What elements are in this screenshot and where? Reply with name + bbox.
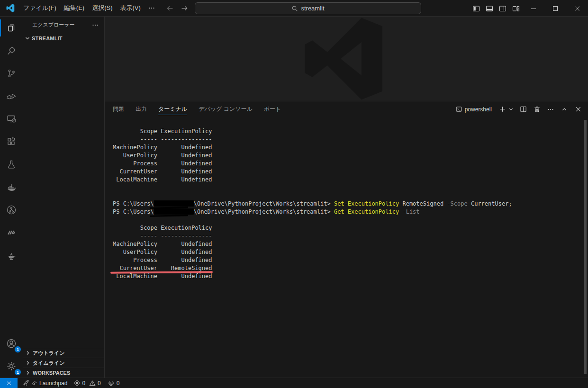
ports-count: 0	[117, 380, 120, 387]
panel-tab[interactable]: 問題	[113, 102, 124, 116]
toggle-secondary-sidebar-icon[interactable]	[496, 0, 509, 17]
accounts-icon[interactable]: 1	[0, 332, 23, 355]
settings-badge: 1	[14, 369, 21, 376]
toggle-primary-sidebar-icon[interactable]	[470, 0, 483, 17]
terminal-line: PS C:\Users\\OneDrive\PythonProject\Work…	[113, 208, 588, 216]
chevron-right-icon	[25, 370, 31, 376]
vscode-logo-icon	[6, 4, 15, 12]
sidebar-title: エクスプローラー	[32, 21, 75, 28]
problems-status-item[interactable]: 0 0	[71, 378, 104, 388]
terminal-line: MachinePolicy Undefined	[113, 144, 588, 152]
testing-icon[interactable]	[0, 153, 23, 176]
terminal-line: ----- ---------------	[113, 232, 588, 240]
terminal-line: Scope ExecutionPolicy	[113, 224, 588, 232]
launchpad-status-item[interactable]: Launchpad	[19, 378, 71, 388]
terminal-line-highlighted: CurrentUser RemoteSigned	[113, 264, 588, 272]
window-maximize-button[interactable]	[544, 0, 566, 17]
ports-status-item[interactable]: 0	[104, 378, 123, 388]
explorer-icon[interactable]	[0, 17, 23, 39]
terminal-line: Process Undefined	[113, 256, 588, 264]
status-bar: Launchpad 0 0 0	[0, 378, 588, 388]
extensions-icon[interactable]	[0, 130, 23, 153]
search-value: streamlit	[301, 5, 324, 12]
terminal-instance-powershell[interactable]: powershell	[455, 106, 492, 113]
customize-layout-icon[interactable]	[509, 0, 523, 17]
toggle-panel-icon[interactable]	[483, 0, 496, 17]
radio-tower-icon	[108, 379, 115, 387]
terminal-output[interactable]: Scope ExecutionPolicy ----- ------------…	[105, 117, 588, 378]
sidebar-section-timeline[interactable]: タイムライン	[23, 358, 104, 368]
error-circle-icon	[74, 380, 80, 386]
menu-file[interactable]: ファイル(F)	[19, 2, 60, 14]
terminal-line: CurrentUser Undefined	[113, 168, 588, 176]
folder-root-streamlit[interactable]: STREAMLIT	[23, 33, 104, 44]
section-label: アウトライン	[33, 350, 65, 357]
menu-view[interactable]: 表示(V)	[117, 2, 145, 14]
sidebar-section-workspaces[interactable]: WORKSPACES	[23, 368, 104, 378]
menu-more-icon[interactable]	[145, 3, 159, 13]
editor-area	[105, 17, 588, 101]
section-label: タイムライン	[33, 360, 65, 367]
window-minimize-button[interactable]	[523, 0, 544, 17]
terminal-line	[113, 216, 588, 224]
warning-triangle-icon	[89, 380, 96, 386]
redacted-username	[154, 200, 194, 207]
chevron-right-icon	[25, 360, 31, 366]
chevron-right-icon	[25, 350, 31, 356]
run-and-debug-icon[interactable]	[0, 85, 23, 108]
nav-back-icon[interactable]	[166, 4, 174, 12]
terminal-line: PS C:\Users\\OneDrive\PythonProject\Work…	[113, 200, 588, 208]
remote-indicator[interactable]	[0, 378, 18, 388]
panel-tab[interactable]: ポート	[264, 102, 281, 116]
terminal-line: MachinePolicy Undefined	[113, 240, 588, 248]
close-panel-icon[interactable]	[573, 104, 583, 115]
vscode-watermark-icon	[302, 17, 386, 101]
search-view-icon[interactable]	[0, 39, 23, 62]
explorer-more-actions-icon[interactable]	[92, 22, 99, 28]
kill-terminal-trash-icon[interactable]	[532, 104, 542, 115]
source-control-icon[interactable]	[0, 62, 23, 85]
settings-gear-icon[interactable]: 1	[0, 355, 23, 378]
section-label: WORKSPACES	[33, 370, 70, 376]
launchpad-label: Launchpad	[39, 380, 67, 387]
warning-count: 0	[98, 380, 101, 387]
terminal-line: ----- ---------------	[113, 135, 588, 144]
terminal-scrollbar[interactable]	[584, 120, 587, 374]
panel-tab[interactable]: ターミナル	[158, 102, 187, 116]
terminal-line: LocalMachine Undefined	[113, 176, 588, 184]
git-graph-icon[interactable]	[0, 199, 23, 221]
window-close-button[interactable]	[566, 0, 588, 17]
maximize-panel-chevron-icon[interactable]	[559, 104, 570, 115]
shell-label: powershell	[465, 106, 492, 113]
activity-bar: 1 1	[0, 17, 23, 378]
panel-tab-bar: 問題出力ターミナルデバッグ コンソールポート	[113, 102, 292, 116]
folder-label: STREAMLIT	[32, 36, 63, 41]
nav-forward-icon[interactable]	[181, 4, 189, 12]
menu-edit[interactable]: 編集(E)	[60, 2, 88, 14]
docker-icon[interactable]	[0, 176, 23, 199]
terminal-line	[113, 192, 588, 200]
sidebar-explorer: エクスプローラー STREAMLIT アウトライン タイムライン	[23, 17, 104, 378]
terminal-line: Process Undefined	[113, 160, 588, 168]
terminal-line: Scope ExecutionPolicy	[113, 127, 588, 135]
command-center-search[interactable]: streamlit	[195, 2, 421, 14]
redacted-username	[154, 208, 194, 215]
new-terminal-icon[interactable]	[497, 104, 507, 115]
sidebar-section-outline[interactable]: アウトライン	[23, 348, 104, 358]
terminal-icon	[455, 106, 462, 113]
remote-explorer-icon[interactable]	[0, 108, 23, 130]
terminal-line: UserPolicy Undefined	[113, 152, 588, 160]
search-icon	[291, 5, 298, 12]
menu-selection[interactable]: 選択(S)	[88, 2, 116, 14]
rocket-icon	[23, 380, 29, 387]
flags-icon[interactable]	[0, 221, 23, 244]
chevron-down-icon	[25, 36, 30, 41]
panel-tab[interactable]: 出力	[136, 102, 147, 116]
error-count: 0	[82, 380, 85, 387]
panel-tab[interactable]: デバッグ コンソール	[199, 102, 253, 116]
terminal-dropdown-chevron-icon[interactable]	[507, 104, 515, 115]
terminal-line	[113, 184, 588, 192]
panel-more-actions-icon[interactable]	[545, 104, 556, 115]
genie-lamp-icon[interactable]	[0, 244, 23, 267]
split-terminal-icon[interactable]	[518, 104, 528, 115]
